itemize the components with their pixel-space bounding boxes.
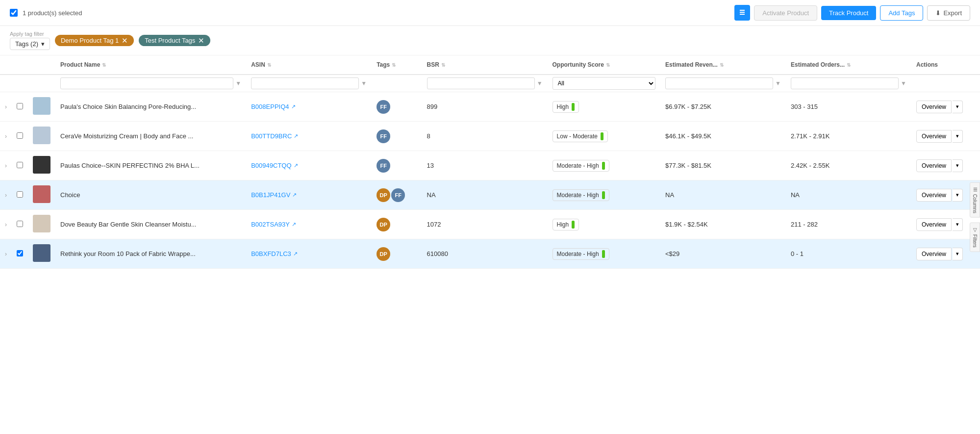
overview-btn-wrap: Overview ▾ <box>916 101 975 113</box>
th-bsr[interactable]: BSR ⇅ <box>422 55 548 75</box>
asin-link[interactable]: B0BXFD7LC3 ↗ <box>251 250 367 257</box>
tags-cell: DP <box>372 210 422 239</box>
asin-link[interactable]: B0B1JP41GV ↗ <box>251 191 367 199</box>
bsr-filter-icon[interactable]: ▼ <box>537 80 543 87</box>
opp-score-cell: High <box>548 210 660 239</box>
row-checkbox[interactable] <box>17 132 23 139</box>
expand-cell[interactable]: › <box>0 92 12 122</box>
expand-cell[interactable]: › <box>0 239 12 269</box>
th-tags[interactable]: Tags ⇅ <box>372 55 422 75</box>
est-orders-cell: 0 - 1 <box>786 239 911 269</box>
overview-btn-wrap: Overview ▾ <box>916 248 975 260</box>
asin-link[interactable]: B008EPPIQ4 ↗ <box>251 103 367 110</box>
tags-dropdown[interactable]: Tags (2) ▾ <box>10 38 50 50</box>
table-body: › Paula's Choice Skin Balancing Pore-Red… <box>0 92 980 269</box>
select-all-checkbox[interactable] <box>10 9 18 17</box>
overview-caret-button[interactable]: ▾ <box>953 159 963 172</box>
product-thumbnail <box>33 156 50 174</box>
orders-filter-input[interactable] <box>791 77 899 89</box>
product-name-filter-input[interactable] <box>60 77 233 89</box>
product-name-cell: Rethink your Room 10 Pack of Fabric Wrap… <box>55 239 246 269</box>
th-asin[interactable]: ASIN ⇅ <box>246 55 372 75</box>
activate-product-button[interactable]: Activate Product <box>754 5 817 21</box>
row-checkbox[interactable] <box>17 221 23 227</box>
export-button[interactable]: ⬇ Export <box>927 5 970 21</box>
overview-button[interactable]: Overview <box>916 130 952 143</box>
expand-cell[interactable]: › <box>0 122 12 151</box>
est-revenue-cell: <$29 <box>660 239 786 269</box>
overview-caret-button[interactable]: ▾ <box>953 189 963 202</box>
sort-icon-asin: ⇅ <box>267 62 271 68</box>
selected-count: 1 product(s) selected <box>23 9 82 17</box>
add-tags-button[interactable]: Add Tags <box>880 5 923 21</box>
asin-filter-icon[interactable]: ▼ <box>361 80 367 87</box>
overview-button[interactable]: Overview <box>916 101 952 113</box>
overview-caret-button[interactable]: ▾ <box>953 218 963 231</box>
track-product-button[interactable]: Track Product <box>821 6 876 20</box>
overview-caret-button[interactable]: ▾ <box>953 248 963 260</box>
row-checkbox[interactable] <box>17 191 23 198</box>
opp-filter-select[interactable]: All <box>553 77 655 90</box>
overview-button[interactable]: Overview <box>916 159 952 172</box>
est-revenue-cell: $46.1K - $49.5K <box>660 122 786 151</box>
tags-cell: DPFF <box>372 180 422 210</box>
product-thumbnail <box>33 127 50 144</box>
opportunity-badge: Low - Moderate <box>553 130 608 142</box>
columns-label: Columns <box>972 194 978 213</box>
opp-score-cell: Moderate - High <box>548 151 660 180</box>
tag-chip-demo-label: Demo Product Tag 1 <box>61 37 119 44</box>
asin-link[interactable]: B00949CTQQ ↗ <box>251 162 367 169</box>
th-opp-score[interactable]: Opportunity Score ⇅ <box>548 55 660 75</box>
product-thumbnail <box>33 185 50 203</box>
est-revenue-cell: NA <box>660 180 786 210</box>
th-expand <box>0 55 12 75</box>
actions-cell: Overview ▾ <box>911 122 980 151</box>
rev-filter-input[interactable] <box>665 77 773 89</box>
columns-panel-button[interactable]: ☰ Columns <box>970 182 980 217</box>
overview-button[interactable]: Overview <box>916 248 952 260</box>
overview-caret-button[interactable]: ▾ <box>953 130 963 143</box>
expand-cell[interactable]: › <box>0 180 12 210</box>
row-checkbox[interactable] <box>17 250 23 256</box>
asin-link[interactable]: B00TTD9BRC ↗ <box>251 132 367 140</box>
asin-link[interactable]: B002TSA93Y ↗ <box>251 221 367 228</box>
filter-asin-cell: ▼ <box>246 75 372 92</box>
tag-avatar: FF <box>377 129 390 143</box>
asin-cell: B00TTD9BRC ↗ <box>246 122 372 151</box>
overview-button[interactable]: Overview <box>916 189 952 202</box>
filters-panel-button[interactable]: ▽ Filters <box>970 223 980 252</box>
tag-chip-demo-close[interactable]: ✕ <box>122 37 128 44</box>
overview-button[interactable]: Overview <box>916 218 952 231</box>
product-filter-icon[interactable]: ▼ <box>235 80 241 87</box>
blue-icon-button[interactable] <box>734 5 750 21</box>
external-link-icon: ↗ <box>294 133 298 139</box>
expand-cell[interactable]: › <box>0 210 12 239</box>
tag-chip-test-close[interactable]: ✕ <box>198 37 204 44</box>
tags-cell: FF <box>372 92 422 122</box>
external-link-icon: ↗ <box>294 162 298 169</box>
orders-filter-icon[interactable]: ▼ <box>901 80 906 87</box>
overview-caret-button[interactable]: ▾ <box>953 101 963 113</box>
th-product-name[interactable]: Product Name ⇅ <box>55 55 246 75</box>
actions-cell: Overview ▾ <box>911 92 980 122</box>
expand-cell[interactable]: › <box>0 151 12 180</box>
asin-cell: B0BXFD7LC3 ↗ <box>246 239 372 269</box>
opportunity-badge: High <box>553 101 579 113</box>
external-link-icon: ↗ <box>293 251 298 257</box>
bsr-filter-input[interactable] <box>427 77 535 89</box>
asin-cell: B00949CTQQ ↗ <box>246 151 372 180</box>
row-checkbox[interactable] <box>17 162 23 168</box>
product-thumbnail <box>33 97 50 115</box>
row-checkbox[interactable] <box>17 103 23 109</box>
rev-filter-icon[interactable]: ▼ <box>775 80 781 87</box>
table-filter-row: ▼ ▼ ▼ All <box>0 75 980 92</box>
th-est-revenue[interactable]: Estimated Reven... ⇅ <box>660 55 786 75</box>
tag-chip-demo[interactable]: Demo Product Tag 1 ✕ <box>55 35 134 46</box>
tag-chip-test[interactable]: Test Product Tags ✕ <box>139 35 210 46</box>
bsr-cell: 1072 <box>422 210 548 239</box>
svg-rect-1 <box>740 12 745 13</box>
filters-icon: ▽ <box>972 227 978 232</box>
asin-filter-input[interactable] <box>251 77 359 89</box>
filter-product-cell: ▼ <box>55 75 246 92</box>
th-est-orders[interactable]: Estimated Orders... ⇅ <box>786 55 911 75</box>
